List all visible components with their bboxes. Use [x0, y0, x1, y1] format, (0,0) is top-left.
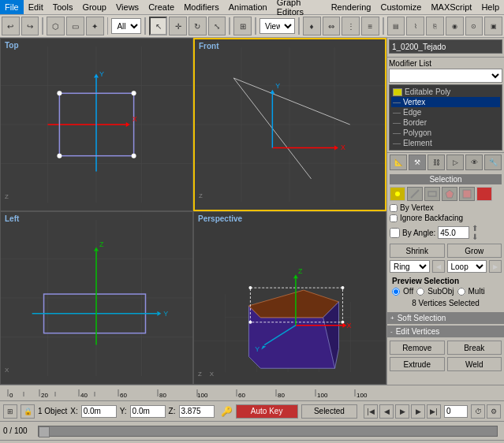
break-button[interactable]: Break	[447, 341, 502, 355]
grow-button[interactable]: Grow	[447, 244, 502, 258]
modifier-element[interactable]: — Element	[391, 138, 500, 148]
named-selection-button[interactable]: ♦	[303, 17, 321, 35]
status-lock-icon[interactable]: 🔒	[21, 404, 35, 419]
auto-key-button[interactable]: Auto Key	[236, 404, 298, 419]
align-button[interactable]: ≡	[361, 17, 379, 35]
schematic-view-button[interactable]: ⎘	[426, 17, 444, 35]
select-object-button[interactable]: ⬡	[47, 17, 65, 35]
modifier-dropdown[interactable]	[389, 69, 502, 83]
last-frame-button[interactable]: ▶|	[427, 404, 441, 419]
select-region-button[interactable]: ▭	[66, 17, 84, 35]
hierarchy-icon-btn[interactable]: ⛓	[427, 154, 445, 170]
selection-filter-select[interactable]: All	[111, 18, 141, 34]
viewport-config-button[interactable]: ⚙	[487, 404, 501, 419]
display-panel-btn[interactable]: 👁	[465, 154, 483, 170]
material-editor-button[interactable]: ◉	[446, 17, 464, 35]
first-frame-button[interactable]: |◀	[364, 404, 378, 419]
menu-views[interactable]: Views	[111, 0, 144, 14]
viewport-left[interactable]: Left Y Z	[0, 211, 193, 385]
z-coord-field[interactable]	[179, 405, 215, 418]
move-button[interactable]: ✛	[169, 17, 187, 35]
curve-editor-button[interactable]: ⌇	[406, 17, 424, 35]
menu-create[interactable]: Create	[144, 0, 179, 14]
next-frame-button[interactable]: ▶	[411, 404, 425, 419]
layers-button[interactable]: ▤	[387, 17, 405, 35]
prev-frame-button[interactable]: ◀	[379, 404, 394, 419]
motion-icon-btn[interactable]: ▷	[446, 154, 464, 170]
modifier-vertex[interactable]: — Vertex	[391, 97, 500, 107]
viewport-top[interactable]: Top	[0, 38, 193, 211]
modify-icon-btn[interactable]: ⚒	[409, 154, 426, 170]
undo-button[interactable]: ↩	[2, 17, 20, 35]
modifier-polygon[interactable]: — Polygon	[391, 128, 500, 138]
remove-button[interactable]: Remove	[390, 341, 445, 355]
weld-button[interactable]: Weld	[447, 357, 502, 371]
menu-tools[interactable]: Tools	[48, 0, 78, 14]
x-coord-field[interactable]	[81, 405, 117, 418]
viewport-perspective[interactable]: Perspective	[193, 211, 386, 385]
polygon-icon-btn[interactable]	[442, 187, 457, 201]
menu-edit[interactable]: Edit	[24, 0, 48, 14]
menu-customize[interactable]: Customize	[375, 0, 426, 14]
timeline-thumb[interactable]	[39, 426, 50, 437]
time-config-button[interactable]: ⏱	[471, 404, 485, 419]
loop-arrow[interactable]: ▶	[489, 260, 502, 273]
status-object-icon[interactable]: ⊞	[3, 404, 17, 419]
ring-select[interactable]: Ring	[390, 260, 430, 273]
redo-button[interactable]: ↪	[21, 17, 39, 35]
preview-off-radio[interactable]	[392, 288, 400, 296]
frame-display[interactable]	[444, 405, 468, 418]
menu-group[interactable]: Group	[77, 0, 111, 14]
soft-selection-header[interactable]: + Soft Selection	[387, 312, 504, 324]
separator-4	[229, 17, 230, 35]
panel-icon-tabs: 📐 ⚒ ⛓ ▷ 👁 🔧	[387, 153, 504, 172]
subobject-icons-row	[390, 187, 502, 201]
loop-select[interactable]: Loop	[447, 260, 487, 273]
shrink-button[interactable]: Shrink	[390, 244, 445, 258]
menu-animation[interactable]: Animation	[224, 0, 272, 14]
modifier-edge[interactable]: — Edge	[391, 107, 500, 117]
mirror-button[interactable]: ⇔	[323, 17, 341, 35]
menu-help[interactable]: Help	[476, 0, 504, 14]
display-icon-btn[interactable]: 📐	[390, 154, 407, 170]
select-tool-button[interactable]: ↖	[149, 17, 167, 35]
color-select-btn[interactable]	[476, 187, 492, 201]
ring-arrow[interactable]: ◀	[432, 260, 445, 273]
edit-vertices-header[interactable]: - Edit Vertices	[387, 326, 504, 337]
separator-1	[42, 17, 43, 35]
menu-graph-editors[interactable]: Graph Editors	[272, 0, 327, 14]
menu-file[interactable]: File	[0, 0, 24, 14]
modifier-border[interactable]: — Border	[391, 117, 500, 128]
edge-icon-btn[interactable]	[407, 187, 423, 201]
by-angle-spinner[interactable]: ⬆⬇	[472, 224, 478, 241]
element-icon-btn[interactable]	[459, 187, 475, 201]
view-select[interactable]: View	[259, 18, 295, 34]
vertex-icon-btn[interactable]	[390, 187, 405, 201]
border-icon-btn[interactable]	[424, 187, 440, 201]
render-button[interactable]: ▣	[484, 17, 502, 35]
extrude-button[interactable]: Extrude	[390, 357, 445, 371]
select-all-button[interactable]: ✦	[86, 17, 104, 35]
rotate-button[interactable]: ↻	[189, 17, 207, 35]
menu-maxscript[interactable]: MAXScript	[426, 0, 476, 14]
preview-multi-radio[interactable]	[457, 288, 465, 296]
scale-button[interactable]: ⤡	[208, 17, 226, 35]
utilities-icon-btn[interactable]: 🔧	[484, 154, 502, 170]
render-setup-button[interactable]: ⊙	[465, 17, 483, 35]
y-coord-field[interactable]	[130, 405, 166, 418]
viewport-front[interactable]: Front X	[193, 38, 386, 211]
timeline-track[interactable]	[38, 426, 498, 437]
play-button[interactable]: ▶	[395, 404, 409, 419]
modifier-editable-poly[interactable]: Editable Poly	[391, 87, 500, 97]
ignore-backfacing-checkbox[interactable]	[390, 214, 398, 222]
separator-7	[383, 17, 384, 35]
array-button[interactable]: ⋮	[342, 17, 360, 35]
menu-rendering[interactable]: Rendering	[327, 0, 376, 14]
preview-subobj-radio[interactable]	[416, 288, 424, 296]
menu-modifiers[interactable]: Modifiers	[179, 0, 224, 14]
by-angle-input[interactable]	[438, 226, 469, 239]
by-angle-checkbox[interactable]	[390, 228, 400, 238]
reference-coord-button[interactable]: ⊞	[233, 17, 252, 35]
by-vertex-checkbox[interactable]	[390, 204, 398, 212]
object-name-field[interactable]	[389, 39, 502, 54]
